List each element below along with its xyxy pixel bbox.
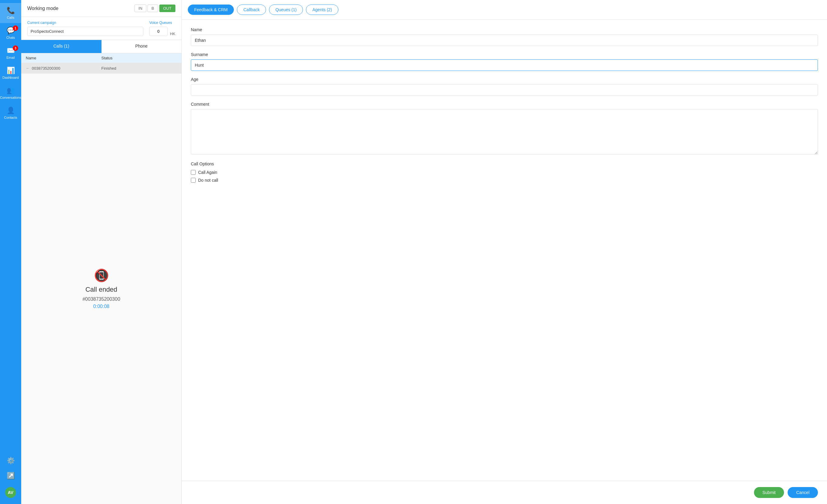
main-content: Working mode IN B OUT Current campaign V… [21, 0, 827, 504]
do-not-call-item: Do not call [191, 178, 818, 183]
tab-callback[interactable]: Callback [237, 5, 266, 15]
current-campaign-label: Current campaign [27, 20, 143, 25]
surname-group: Surname [191, 52, 818, 71]
voice-queues-label: Voice Queues [149, 20, 176, 25]
surname-label: Surname [191, 52, 818, 57]
comment-group: Comment [191, 102, 818, 155]
do-not-call-checkbox[interactable] [191, 178, 196, 183]
do-not-call-label[interactable]: Do not call [198, 178, 218, 183]
sidebar-item-conversations[interactable]: 👥 Conversations [0, 83, 21, 103]
campaign-section: Current campaign Voice Queues HK [21, 17, 182, 40]
submit-button[interactable]: Submit [754, 487, 784, 498]
sidebar-item-export[interactable]: ↗️ [0, 469, 21, 484]
conversations-icon: 👥 [7, 87, 15, 95]
call-options-label: Call Options [191, 161, 818, 166]
calls-table-status-header: Status [101, 56, 177, 60]
avatar: AV [5, 487, 16, 498]
mode-out-button[interactable]: OUT [159, 5, 176, 12]
comment-label: Comment [191, 102, 818, 107]
call-row-name: ← 0038735200300 [26, 66, 101, 70]
form-footer: Submit Cancel [182, 481, 827, 504]
call-options-group: Call Options Call Again Do not call [191, 161, 818, 183]
surname-input[interactable] [191, 59, 818, 71]
call-ended-time: 0:00:08 [93, 304, 109, 309]
left-panel: Working mode IN B OUT Current campaign V… [21, 0, 182, 504]
voice-queue-input[interactable] [149, 27, 167, 36]
chats-badge: 1 [13, 26, 18, 31]
tab-calls[interactable]: Calls (1) [21, 40, 101, 53]
calls-icon: 📞 [7, 7, 15, 14]
contacts-icon: 👤 [7, 107, 15, 114]
call-row-status: Finished [101, 66, 177, 70]
sidebar-item-contacts[interactable]: 👤 Contacts [0, 103, 21, 123]
sidebar-bottom: ⚙️ ↗️ AV [0, 454, 21, 501]
mode-in-button[interactable]: IN [135, 5, 146, 12]
calls-tabs: Calls (1) Phone [21, 40, 182, 53]
calls-table-header: Name Status [21, 53, 182, 63]
age-label: Age [191, 77, 818, 82]
content-row: Working mode IN B OUT Current campaign V… [21, 0, 827, 504]
call-again-checkbox[interactable] [191, 170, 196, 175]
call-ended-panel: 📵 Call ended #0038735200300 0:00:08 [21, 73, 182, 504]
sidebar-item-avatar[interactable]: AV [0, 484, 21, 501]
sidebar-item-email-label: Email [6, 56, 15, 59]
tab-phone[interactable]: Phone [101, 40, 182, 53]
working-mode-title: Working mode [27, 6, 58, 11]
gear-icon: ⚙️ [7, 457, 15, 465]
call-ended-icon: 📵 [94, 268, 109, 283]
sidebar-item-contacts-label: Contacts [4, 116, 17, 119]
name-input[interactable] [191, 35, 818, 46]
form-area: Name Surname Age Comment Call Options [182, 20, 827, 481]
sidebar: 📞 Calls 1 💬 Chats 3 ✉️ Email 📊 Dashboard… [0, 0, 21, 504]
sidebar-item-settings[interactable]: ⚙️ [0, 454, 21, 469]
campaign-full-row: Current campaign Voice Queues HK [27, 20, 176, 36]
top-tabs: Feedback & CRM Callback Queues (1) Agent… [182, 0, 827, 20]
sidebar-item-dashboard[interactable]: 📊 Dashboard [0, 63, 21, 83]
comment-textarea[interactable] [191, 109, 818, 154]
sidebar-item-calls[interactable]: 📞 Calls [0, 3, 21, 23]
mode-buttons: IN B OUT [135, 5, 176, 12]
sidebar-item-dashboard-label: Dashboard [2, 76, 19, 79]
working-mode-header: Working mode IN B OUT [21, 0, 182, 17]
sidebar-item-chats[interactable]: 1 💬 Chats [0, 23, 21, 43]
mode-b-button[interactable]: B [148, 5, 158, 12]
campaign-col-voice: Voice Queues HK [149, 20, 176, 36]
call-ended-title: Call ended [86, 286, 117, 294]
checkbox-group: Call Again Do not call [191, 170, 818, 183]
tab-feedback-crm[interactable]: Feedback & CRM [188, 5, 234, 15]
hk-label: HK [170, 32, 176, 36]
call-ended-number: #0038735200300 [82, 297, 120, 302]
arrow-left-icon: ← [26, 66, 30, 70]
sidebar-item-email[interactable]: 3 ✉️ Email [0, 43, 21, 63]
sidebar-item-chats-label: Chats [6, 36, 15, 39]
tab-agents[interactable]: Agents (2) [306, 5, 338, 15]
campaign-col-current: Current campaign [27, 20, 143, 36]
age-group: Age [191, 77, 818, 96]
call-again-label[interactable]: Call Again [198, 170, 217, 175]
sidebar-item-conversations-label: Conversations [0, 96, 21, 99]
export-icon: ↗️ [7, 472, 15, 480]
tab-queues[interactable]: Queues (1) [269, 5, 303, 15]
name-label: Name [191, 27, 818, 32]
cancel-button[interactable]: Cancel [788, 487, 818, 498]
table-row[interactable]: ← 0038735200300 Finished [21, 63, 182, 73]
age-input[interactable] [191, 84, 818, 96]
sidebar-item-calls-label: Calls [7, 16, 14, 19]
current-campaign-input[interactable] [27, 27, 143, 36]
name-group: Name [191, 27, 818, 46]
voice-queue-section: HK [149, 27, 176, 36]
dashboard-icon: 📊 [7, 67, 15, 74]
email-badge: 3 [13, 45, 18, 51]
calls-table-name-header: Name [26, 56, 101, 60]
right-panel: Feedback & CRM Callback Queues (1) Agent… [182, 0, 827, 504]
call-again-item: Call Again [191, 170, 818, 175]
